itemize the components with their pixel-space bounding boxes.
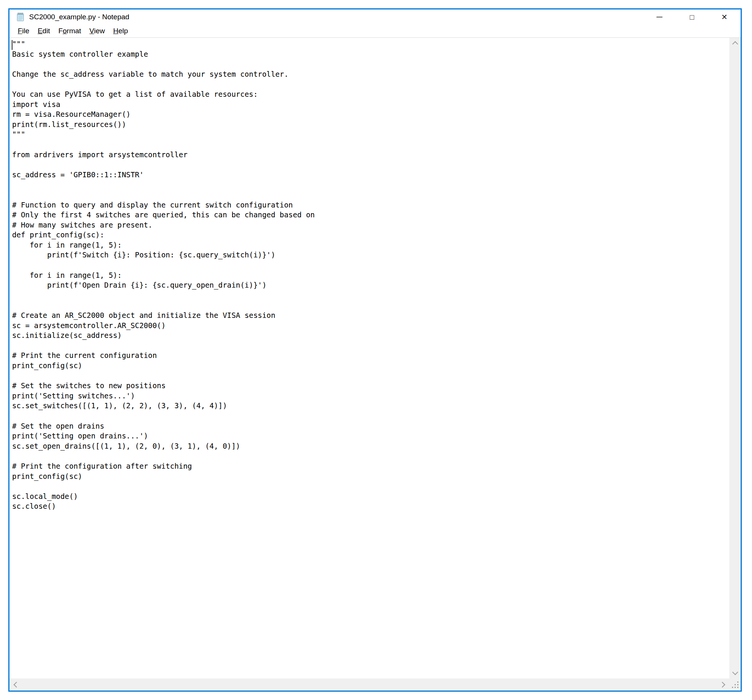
editor-row: """ Basic system controller example Chan…: [9, 37, 741, 678]
window-controls: ─ □ ✕: [643, 9, 741, 25]
minimize-button[interactable]: ─: [643, 9, 676, 25]
window-title: SC2000_example.py - Notepad: [29, 13, 129, 21]
window-content: """ Basic system controller example Chan…: [9, 37, 741, 691]
notepad-window: SC2000_example.py - Notepad ─ □ ✕ FileEd…: [8, 8, 742, 692]
menu-bar: FileEditFormatViewHelp: [9, 25, 741, 37]
menu-item-help[interactable]: Help: [109, 26, 132, 36]
menu-item-view[interactable]: View: [85, 26, 109, 36]
editor-text: """ Basic system controller example Chan…: [9, 38, 729, 512]
vertical-scrollbar[interactable]: [729, 38, 741, 678]
menu-item-edit[interactable]: Edit: [34, 26, 54, 36]
chevron-left-icon[interactable]: [14, 681, 20, 688]
horizontal-scrollbar[interactable]: [9, 678, 729, 691]
chevron-right-icon[interactable]: [719, 681, 726, 688]
chevron-up-icon[interactable]: [732, 41, 738, 47]
menu-item-format[interactable]: Format: [54, 26, 85, 36]
resize-grip[interactable]: [729, 678, 741, 691]
chevron-down-icon[interactable]: [732, 669, 738, 675]
text-editor[interactable]: """ Basic system controller example Chan…: [9, 38, 729, 678]
notepad-icon: [16, 12, 25, 22]
close-button[interactable]: ✕: [708, 9, 741, 25]
title-bar[interactable]: SC2000_example.py - Notepad ─ □ ✕: [9, 9, 741, 25]
bottom-bar: [9, 678, 741, 691]
text-caret: [12, 40, 12, 50]
menu-item-file[interactable]: File: [14, 26, 34, 36]
resize-grip-icon: [730, 680, 740, 689]
maximize-button[interactable]: □: [676, 9, 708, 25]
